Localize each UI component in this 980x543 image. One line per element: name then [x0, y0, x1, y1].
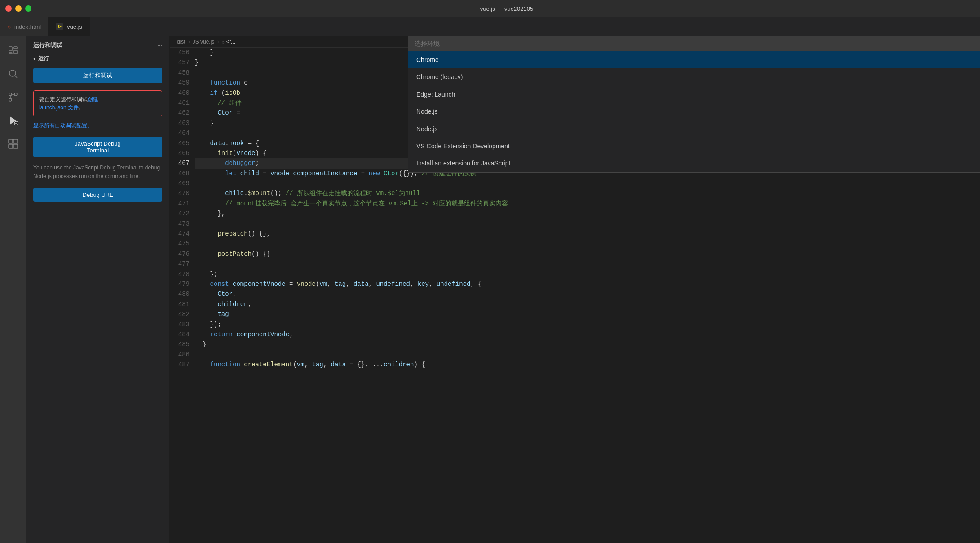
editor-area: dist › JS vue.js › ⬦ <f... 456 457 458 4…	[170, 36, 980, 543]
svg-line-5	[15, 76, 18, 78]
svg-rect-13	[13, 139, 18, 143]
svg-rect-0	[9, 47, 12, 51]
svg-point-4	[9, 70, 16, 76]
activity-extensions[interactable]	[2, 133, 24, 155]
env-item-label-chrome: Chrome	[416, 56, 439, 63]
configure-box: 要自定义运行和调试创建launch.json 文件。	[33, 90, 162, 116]
window-title: vue.js — vue202105	[39, 5, 975, 12]
env-search-input[interactable]	[408, 36, 980, 51]
configure-text1: 要自定义运行和调试	[39, 96, 88, 102]
env-item-nodejs-1[interactable]: Node.js	[408, 103, 980, 120]
env-item-label-edge: Edge: Launch	[416, 91, 455, 98]
env-item-chrome[interactable]: Chrome	[408, 51, 980, 68]
activity-source-control[interactable]	[2, 86, 24, 108]
configure-text2: 。	[79, 104, 84, 111]
env-item-label-install-ext: Install an extension for JavaScript...	[416, 160, 516, 167]
main-content: 运行和调试 ··· ▾ 运行 运行和调试 要自定义运行和调试创建launch.j…	[0, 36, 980, 543]
sidebar-header: 运行和调试 ···	[26, 36, 169, 53]
env-picker-overlay: Chrome Chrome (legacy) Edge: Launch Node…	[170, 36, 980, 543]
svg-rect-15	[13, 144, 18, 148]
more-actions-icon[interactable]: ···	[157, 42, 162, 49]
env-item-edge[interactable]: Edge: Launch	[408, 86, 980, 103]
html-icon: ◇	[7, 24, 11, 30]
env-item-label-nodejs-1: Node.js	[416, 108, 437, 115]
tab-index-html[interactable]: ◇ index.html	[0, 17, 49, 36]
show-configs[interactable]: 显示所有自动调试配置。	[33, 122, 162, 129]
close-button[interactable]	[5, 5, 12, 12]
minimize-button[interactable]	[15, 5, 22, 12]
svg-point-8	[9, 98, 12, 101]
activity-bar	[0, 36, 26, 543]
section-label: 运行	[38, 55, 49, 62]
svg-rect-2	[14, 50, 17, 54]
svg-point-6	[9, 93, 12, 96]
sidebar-actions: ···	[157, 42, 162, 49]
env-item-chrome-legacy[interactable]: Chrome (legacy)	[408, 68, 980, 85]
env-item-label-chrome-legacy: Chrome (legacy)	[416, 73, 463, 80]
activity-explorer[interactable]	[2, 40, 24, 61]
svg-point-7	[14, 93, 17, 96]
tab-bar: ◇ index.html JS vue.js	[0, 17, 980, 36]
debug-url-button[interactable]: Debug URL	[33, 188, 162, 202]
sidebar-description: You can use the JavaScript Debug Termina…	[33, 164, 162, 181]
tab-vue-js[interactable]: JS vue.js	[49, 17, 90, 36]
env-item-nodejs-2[interactable]: Node.js	[408, 120, 980, 138]
js-icon: JS	[56, 23, 63, 30]
run-debug-button[interactable]: 运行和调试	[33, 68, 162, 83]
window-controls[interactable]	[5, 5, 31, 12]
titlebar: vue.js — vue202105	[0, 0, 980, 17]
activity-run-debug[interactable]	[2, 110, 24, 131]
chevron-icon: ▾	[33, 56, 35, 61]
show-configs-link[interactable]: 显示所有自动调试配置。	[33, 122, 93, 129]
svg-rect-1	[14, 47, 17, 49]
section-run: ▾ 运行	[26, 53, 169, 64]
env-picker: Chrome Chrome (legacy) Edge: Launch Node…	[408, 36, 980, 173]
tab-label-index-html: index.html	[14, 23, 41, 30]
env-list: Chrome Chrome (legacy) Edge: Launch Node…	[408, 51, 980, 173]
env-item-vscode-ext[interactable]: VS Code Extension Development	[408, 138, 980, 155]
js-debug-terminal-button[interactable]: JavaScript DebugTerminal	[33, 137, 162, 157]
sidebar: 运行和调试 ··· ▾ 运行 运行和调试 要自定义运行和调试创建launch.j…	[26, 36, 170, 543]
svg-rect-14	[9, 144, 13, 148]
svg-rect-3	[9, 53, 12, 54]
tab-label-vue-js: vue.js	[67, 23, 82, 30]
env-item-label-nodejs-2: Node.js	[416, 125, 437, 133]
env-item-install-ext[interactable]: Install an extension for JavaScript...	[408, 155, 980, 172]
maximize-button[interactable]	[25, 5, 31, 12]
env-item-label-vscode-ext: VS Code Extension Development	[416, 142, 510, 150]
sidebar-title: 运行和调试	[33, 41, 62, 49]
svg-rect-12	[9, 139, 13, 143]
activity-search[interactable]	[2, 63, 24, 85]
